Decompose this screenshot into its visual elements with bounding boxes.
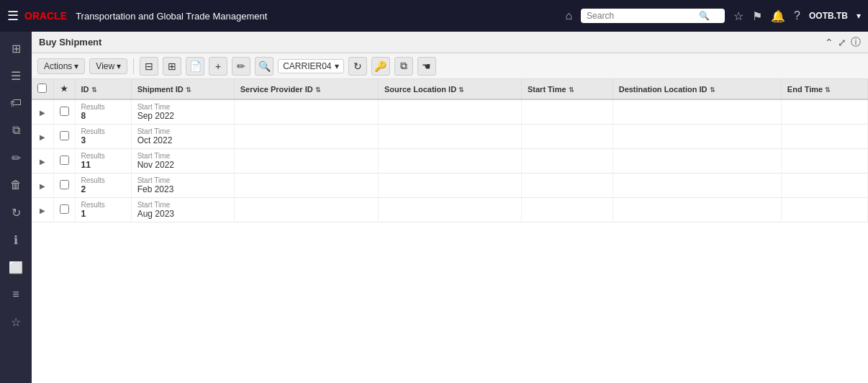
row-destination xyxy=(612,198,781,222)
bell-icon[interactable]: 🔔 xyxy=(771,9,785,23)
row-checkbox-cell[interactable] xyxy=(53,125,75,149)
select-all-checkbox[interactable] xyxy=(37,84,47,93)
page-header-icons: ⌃ ⤢ ⓘ xyxy=(825,36,861,49)
row-checkbox-cell[interactable] xyxy=(53,198,75,222)
th-shipment-id[interactable]: Shipment ID ⇅ xyxy=(131,79,234,99)
expand-window-icon[interactable]: ⤢ xyxy=(838,37,846,48)
add-icon[interactable]: + xyxy=(209,57,227,76)
refresh-toolbar-icon[interactable]: ↻ xyxy=(348,57,367,76)
results-label: Results xyxy=(81,103,125,111)
table-row: ▶ Results 1 Start Time Aug 2023 xyxy=(32,198,868,222)
th-select-all[interactable] xyxy=(32,79,53,99)
sidebar-item-star[interactable]: ☆ xyxy=(3,310,29,334)
help-icon[interactable]: ? xyxy=(794,9,800,22)
row-checkbox-cell[interactable] xyxy=(53,99,75,125)
user-badge: OOTB.TB xyxy=(809,11,848,21)
source-sort-icon[interactable]: ⇅ xyxy=(458,86,464,94)
table-header-row: ★ ID ⇅ Shipment ID ⇅ Service Provider ID… xyxy=(32,79,868,99)
row-id-cell: Results 3 xyxy=(75,125,131,149)
expand-cell[interactable]: ▶ xyxy=(32,198,53,222)
row-start-time xyxy=(521,125,612,149)
view-label: View xyxy=(96,61,114,71)
sidebar-item-refresh[interactable]: ↻ xyxy=(3,200,29,225)
th-start-label: Start Time xyxy=(528,85,566,94)
row-checkbox-cell[interactable] xyxy=(53,149,75,174)
th-start-time[interactable]: Start Time ⇅ xyxy=(521,79,612,99)
sidebar-item-edit[interactable]: ✏ xyxy=(3,145,29,170)
end-sort-icon[interactable]: ⇅ xyxy=(825,86,831,94)
carrier-select[interactable]: CARRIER04 ▾ xyxy=(278,59,343,73)
edit-toolbar-icon[interactable]: ✏ xyxy=(232,57,250,76)
row-checkbox[interactable] xyxy=(60,204,69,214)
row-id-cell: Results 8 xyxy=(75,99,131,125)
expand-cell[interactable]: ▶ xyxy=(32,149,53,174)
sidebar-item-grid[interactable]: ⊞ xyxy=(3,36,29,60)
user-menu-chevron[interactable]: ▾ xyxy=(856,11,861,21)
sidebar: ⊞ ☰ 🏷 ⧉ ✏ 🗑 ↻ ℹ ⬜ ≡ ☆ xyxy=(0,32,32,383)
row-expander-icon[interactable]: ▶ xyxy=(40,133,45,141)
th-destination[interactable]: Destination Location ID ⇅ xyxy=(612,79,781,99)
row-start-time-cell: Start Time Nov 2022 xyxy=(131,149,234,174)
results-value: 8 xyxy=(81,111,125,121)
th-end-label: End Time xyxy=(787,85,823,94)
sidebar-item-window[interactable]: ⬜ xyxy=(3,255,29,279)
sidebar-item-layers[interactable]: ⧉ xyxy=(3,118,29,143)
actions-button[interactable]: Actions ▾ xyxy=(37,58,85,74)
th-source-location[interactable]: Source Location ID ⇅ xyxy=(378,79,521,99)
hand-icon[interactable]: ☚ xyxy=(417,57,436,76)
row-expander-icon[interactable]: ▶ xyxy=(40,158,45,166)
row-checkbox[interactable] xyxy=(60,180,69,189)
collapse-icon[interactable]: ⌃ xyxy=(825,37,833,48)
grid-view-icon[interactable]: ⊞ xyxy=(163,57,181,76)
sidebar-item-info[interactable]: ℹ xyxy=(3,227,29,252)
th-id[interactable]: ID ⇅ xyxy=(75,79,131,99)
row-checkbox[interactable] xyxy=(60,107,69,116)
row-expander-icon[interactable]: ▶ xyxy=(40,207,45,215)
sidebar-item-trash[interactable]: 🗑 xyxy=(3,173,29,197)
manage-columns-icon[interactable]: ⊟ xyxy=(140,57,158,76)
id-sort-icon[interactable]: ⇅ xyxy=(91,86,97,94)
hamburger-menu[interactable]: ☰ xyxy=(7,8,19,24)
row-end-time xyxy=(781,174,867,198)
star-nav-icon[interactable]: ☆ xyxy=(733,9,743,23)
shipment-sort-icon[interactable]: ⇅ xyxy=(186,86,191,94)
info-detail-icon[interactable]: ⓘ xyxy=(851,36,861,49)
row-service-provider xyxy=(234,99,378,125)
search-toolbar-icon[interactable]: 🔍 xyxy=(255,57,273,76)
row-expander-icon[interactable]: ▶ xyxy=(40,109,45,117)
copy-icon[interactable]: ⧉ xyxy=(394,57,413,76)
sidebar-item-chart[interactable]: ≡ xyxy=(3,282,29,307)
table-row: ▶ Results 2 Start Time Feb 2023 xyxy=(32,174,868,198)
th-service-provider[interactable]: Service Provider ID ⇅ xyxy=(234,79,378,99)
row-checkbox[interactable] xyxy=(60,131,69,140)
row-checkbox[interactable] xyxy=(60,156,69,165)
th-service-label: Service Provider ID xyxy=(240,85,313,94)
expand-cell[interactable]: ▶ xyxy=(32,174,53,198)
service-sort-icon[interactable]: ⇅ xyxy=(315,86,321,94)
dest-sort-icon[interactable]: ⇅ xyxy=(710,86,715,94)
search-input[interactable] xyxy=(587,11,695,21)
flag-icon[interactable]: ⚑ xyxy=(752,9,762,23)
new-icon[interactable]: 📄 xyxy=(186,57,204,76)
results-value: 3 xyxy=(81,135,125,145)
row-end-time xyxy=(781,198,867,222)
row-start-time xyxy=(521,149,612,174)
home-icon[interactable]: ⌂ xyxy=(565,9,572,22)
row-end-time xyxy=(781,125,867,149)
start-sort-icon[interactable]: ⇅ xyxy=(569,86,574,94)
expand-cell[interactable]: ▶ xyxy=(32,99,53,125)
row-source-location xyxy=(378,125,521,149)
expand-cell[interactable]: ▶ xyxy=(32,125,53,149)
main-content: Buy Shipment ⌃ ⤢ ⓘ Actions ▾ View ▾ ⊟ ⊞ … xyxy=(32,32,868,383)
sidebar-item-tag[interactable]: 🏷 xyxy=(3,91,29,115)
row-expander-icon[interactable]: ▶ xyxy=(40,182,45,190)
key-icon[interactable]: 🔑 xyxy=(371,57,390,76)
sidebar-item-list[interactable]: ☰ xyxy=(3,63,29,88)
search-icon[interactable]: 🔍 xyxy=(699,11,710,21)
start-time-value: Aug 2023 xyxy=(137,209,228,219)
view-button[interactable]: View ▾ xyxy=(89,58,127,74)
row-checkbox-cell[interactable] xyxy=(53,174,75,198)
start-time-label: Start Time xyxy=(137,103,228,111)
row-start-time xyxy=(521,174,612,198)
th-end-time[interactable]: End Time ⇅ xyxy=(781,79,867,99)
